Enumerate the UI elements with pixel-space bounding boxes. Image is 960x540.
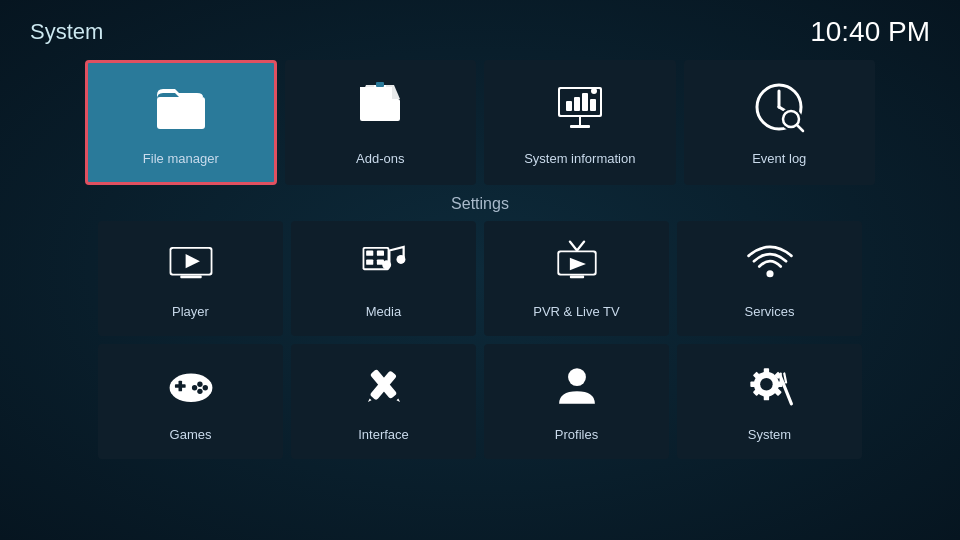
clock: 10:40 PM	[810, 16, 930, 48]
tile-file-manager-label: File manager	[143, 151, 219, 166]
tile-file-manager[interactable]: File manager	[85, 60, 277, 185]
tile-profiles-label: Profiles	[555, 427, 598, 442]
player-icon	[166, 238, 216, 296]
profiles-icon	[552, 361, 602, 419]
svg-rect-52	[763, 368, 768, 373]
svg-rect-22	[180, 276, 201, 279]
tile-player[interactable]: Player	[98, 221, 283, 336]
svg-point-41	[197, 382, 202, 387]
svg-rect-36	[569, 276, 583, 279]
services-icon	[745, 238, 795, 296]
event-log-icon	[751, 79, 807, 143]
svg-rect-40	[178, 381, 182, 392]
tile-event-log-label: Event log	[752, 151, 806, 166]
svg-rect-0	[157, 97, 205, 129]
settings-title: Settings	[0, 195, 960, 213]
folder-icon	[153, 79, 209, 143]
svg-rect-6	[566, 101, 572, 111]
svg-point-30	[396, 255, 405, 264]
svg-point-49	[568, 368, 586, 386]
svg-point-51	[760, 378, 773, 391]
svg-rect-27	[366, 259, 373, 264]
tile-interface[interactable]: Interface	[291, 344, 476, 459]
tile-add-ons[interactable]: Add-ons	[285, 60, 476, 185]
tile-player-label: Player	[172, 304, 209, 319]
svg-point-44	[191, 385, 196, 390]
app-title: System	[30, 19, 103, 45]
svg-marker-46	[367, 399, 371, 403]
svg-line-18	[797, 125, 803, 131]
tile-system[interactable]: System	[677, 344, 862, 459]
svg-point-37	[766, 270, 773, 277]
svg-rect-2	[374, 85, 386, 99]
tile-interface-label: Interface	[358, 427, 409, 442]
tile-media-label: Media	[366, 304, 401, 319]
tile-profiles[interactable]: Profiles	[484, 344, 669, 459]
addons-icon	[352, 79, 408, 143]
svg-rect-54	[750, 382, 755, 387]
settings-row-1: Player Media	[0, 221, 960, 336]
tile-media[interactable]: Media	[291, 221, 476, 336]
svg-rect-25	[366, 251, 373, 256]
system-info-icon	[552, 79, 608, 143]
svg-line-34	[577, 242, 584, 251]
tile-games-label: Games	[170, 427, 212, 442]
svg-rect-26	[376, 251, 383, 256]
tile-event-log[interactable]: Event log	[684, 60, 875, 185]
tile-system-info-label: System information	[524, 151, 635, 166]
tile-services-label: Services	[745, 304, 795, 319]
svg-rect-7	[574, 97, 580, 111]
svg-point-29	[382, 260, 391, 269]
tile-services[interactable]: Services	[677, 221, 862, 336]
svg-rect-8	[582, 93, 588, 111]
tile-add-ons-label: Add-ons	[356, 151, 404, 166]
svg-rect-3	[376, 82, 384, 87]
tile-games[interactable]: Games	[98, 344, 283, 459]
tile-system-label: System	[748, 427, 791, 442]
svg-marker-48	[396, 399, 400, 403]
system-icon	[745, 361, 795, 419]
settings-section: Settings Player	[0, 195, 960, 459]
svg-rect-11	[570, 125, 590, 128]
svg-rect-53	[763, 395, 768, 400]
top-tiles-row: File manager Add-ons	[0, 60, 960, 185]
games-icon	[166, 361, 216, 419]
svg-rect-9	[590, 99, 596, 111]
svg-point-42	[202, 385, 207, 390]
svg-line-33	[569, 242, 576, 251]
pvr-icon	[552, 238, 602, 296]
settings-row-2: Games Interface	[0, 344, 960, 459]
svg-rect-1	[360, 99, 400, 121]
tile-pvr-label: PVR & Live TV	[533, 304, 619, 319]
tile-system-information[interactable]: System information	[484, 60, 675, 185]
interface-icon	[359, 361, 409, 419]
tile-pvr-live-tv[interactable]: PVR & Live TV	[484, 221, 669, 336]
header: System 10:40 PM	[0, 0, 960, 56]
media-icon	[359, 238, 409, 296]
svg-line-61	[784, 374, 786, 383]
svg-point-43	[197, 389, 202, 394]
svg-point-12	[591, 88, 597, 94]
